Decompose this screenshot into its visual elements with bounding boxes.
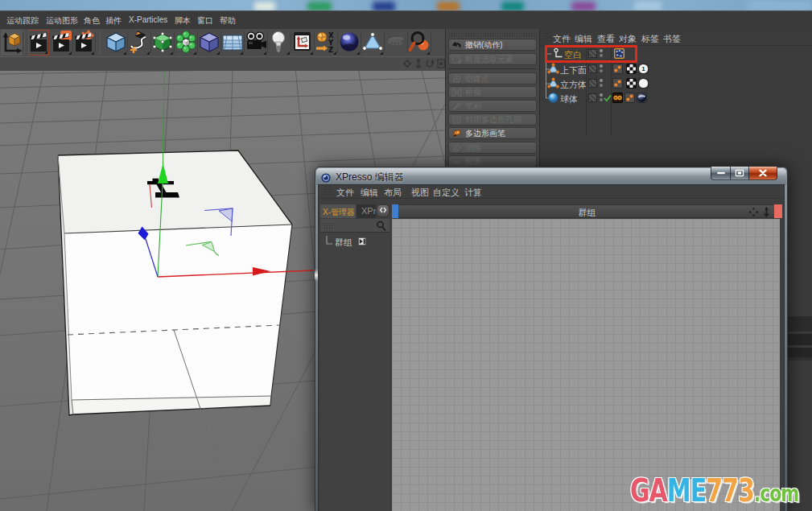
menu-motion-tracker[interactable]: 运动跟踪 <box>6 15 39 27</box>
search-icon[interactable] <box>376 220 386 232</box>
cmd-create-point[interactable]: 创建点 <box>448 72 537 84</box>
xp-menu-calculate[interactable]: 计算 <box>464 187 482 199</box>
menu-x-particles[interactable]: X-Particles <box>129 15 167 24</box>
toolbar-polygon-triangle-icon[interactable] <box>361 30 384 56</box>
cmd-label: 熨烫 <box>465 157 481 166</box>
enabled-check-icon[interactable] <box>604 94 612 102</box>
uvw-tag[interactable] <box>626 78 637 89</box>
toolbar-axis-xyz-icon[interactable]: XYZ <box>315 30 337 56</box>
window-frame-glint <box>315 270 318 281</box>
submenu-corner-mark <box>310 52 313 55</box>
om-menu-view[interactable]: 查看 <box>597 33 615 45</box>
object-name-cube[interactable]: 立方体 <box>560 79 587 91</box>
om-menu-bookmarks[interactable]: 书签 <box>663 33 681 45</box>
maximize-button[interactable] <box>730 167 749 180</box>
move-group-icon[interactable] <box>748 207 759 217</box>
menu-window[interactable]: 窗口 <box>197 15 213 27</box>
cmd-close-polygon-hole[interactable]: 封闭多边形孔洞 <box>448 113 537 126</box>
tree-item-node-icon[interactable] <box>358 237 366 245</box>
window-caption-buttons <box>711 167 777 180</box>
toolbar-sky-icon[interactable] <box>338 30 361 56</box>
visibility-dots[interactable] <box>599 78 603 88</box>
uvw-tag[interactable] <box>626 64 637 74</box>
visibility-dots[interactable] <box>599 93 603 102</box>
cmd-dissolve[interactable]: 消除 <box>448 142 537 154</box>
om-row-topbottom[interactable]: 上下面 1 <box>540 62 812 76</box>
group-header-right-handle[interactable] <box>774 204 782 218</box>
om-menu-edit[interactable]: 编辑 <box>575 33 592 45</box>
toolbar-spline-pen-icon[interactable] <box>128 30 150 56</box>
xp-menu-customize[interactable]: 自定义 <box>433 187 460 199</box>
visibility-toggle[interactable] <box>588 79 597 88</box>
om-row-cube[interactable]: 立方体 <box>540 76 812 91</box>
xpresso-window[interactable]: XPresso 编辑器 文件 编辑 布局 视图 自定义 计算 X-管理器 <box>315 167 788 511</box>
toolbar-floor-plane-icon[interactable] <box>221 30 244 56</box>
menu-character[interactable]: 角色 <box>84 15 100 27</box>
group-header-bar[interactable]: 群组 <box>392 204 782 218</box>
visibility-dots[interactable] <box>599 64 603 73</box>
om-row-sphere[interactable]: 球体 <box>540 91 812 105</box>
xp-menu-view[interactable]: 视图 <box>411 187 429 199</box>
search-grip[interactable] <box>324 222 333 230</box>
menu-script[interactable]: 脚本 <box>175 15 191 27</box>
cmd-polygon-pen[interactable]: 多边形画笔 <box>448 127 537 139</box>
toolbar-coordinates-icon[interactable] <box>1 30 23 56</box>
toolbar-motion-system-clapperboard-icon[interactable] <box>74 30 95 56</box>
toolbar-render-picture-viewer-icon[interactable] <box>408 30 431 56</box>
toolbar-separator <box>100 31 101 55</box>
xpresso-menu-grip[interactable] <box>323 188 332 196</box>
toolbar-disabled-tool-icon <box>385 30 407 56</box>
toolbar-render-settings-icon[interactable] <box>291 30 314 56</box>
cmd-brush[interactable]: 笔刷 <box>448 100 537 112</box>
close-button[interactable] <box>749 167 777 180</box>
xp-menu-layout[interactable]: 布局 <box>384 187 402 199</box>
menu-plugins[interactable]: 插件 <box>105 15 122 27</box>
group-header-left-handle[interactable] <box>392 204 398 218</box>
menu-mograph[interactable]: 运动图形 <box>46 15 78 27</box>
xpresso-node-canvas[interactable] <box>392 219 780 511</box>
point-selection-tag[interactable] <box>612 78 623 89</box>
om-menu-tags[interactable]: 标签 <box>641 33 659 45</box>
palette-drag-grip[interactable] <box>448 32 537 37</box>
visibility-toggle[interactable] <box>588 93 597 102</box>
object-name-sphere[interactable]: 球体 <box>560 93 578 105</box>
selection-object-icon <box>547 77 559 89</box>
toolbar-volume-cube-icon[interactable] <box>198 30 221 56</box>
cmd-frame-selected[interactable]: 框显选取元素 <box>448 53 537 65</box>
toolbar-light-icon[interactable] <box>268 30 291 56</box>
toolbar-camera-icon[interactable] <box>245 30 267 56</box>
om-menu-file[interactable]: 文件 <box>553 33 571 45</box>
tab-x-manager[interactable]: X-管理器 <box>320 204 356 218</box>
cmd-undo-action[interactable]: 撤销(动作) <box>448 39 537 51</box>
minimize-button[interactable] <box>711 167 730 180</box>
toolbar-subdivision-surface-icon[interactable] <box>151 30 174 56</box>
visibility-toggle[interactable] <box>588 64 597 73</box>
phong-tag[interactable] <box>612 93 623 103</box>
tab-xpresso-clipped[interactable]: XPre <box>357 204 376 218</box>
toolbar-mograph-cloner-icon[interactable] <box>175 30 197 56</box>
object-manager-grip[interactable] <box>542 32 551 42</box>
material-tag-1[interactable]: 1 <box>638 64 649 74</box>
cmd-iron[interactable]: 熨烫 <box>448 155 537 167</box>
toolbar-cube-primitive-icon[interactable] <box>105 30 127 56</box>
material-tag-white[interactable] <box>638 78 649 89</box>
material-tag-textured[interactable] <box>637 93 647 103</box>
object-name-topbottom[interactable]: 上下面 <box>560 64 587 76</box>
tree-item-group[interactable]: 群组 <box>335 237 352 249</box>
collapse-group-icon[interactable] <box>761 207 772 217</box>
xp-menu-edit[interactable]: 编辑 <box>361 187 378 199</box>
toolbar-motion-clip-clapperboard-icon[interactable] <box>52 30 72 56</box>
viewport-nav-icons[interactable] <box>403 59 445 68</box>
cmd-label: 消除 <box>465 143 481 152</box>
point-selection-tag[interactable] <box>612 64 623 74</box>
xpresso-window-content: 文件 编辑 布局 视图 自定义 计算 X-管理器 XPre 群组 <box>318 184 785 511</box>
cube-object[interactable] <box>58 150 292 511</box>
om-menu-objects[interactable]: 对象 <box>619 33 637 45</box>
toolbar-record-clapperboard-icon[interactable] <box>28 30 49 56</box>
cmd-bridge[interactable]: 桥接 <box>448 86 537 98</box>
point-selection-tag[interactable] <box>624 93 635 103</box>
tab-overflow-button[interactable] <box>377 204 390 217</box>
xp-menu-file[interactable]: 文件 <box>336 187 354 199</box>
submenu-corner-mark <box>123 52 126 55</box>
menu-help[interactable]: 帮助 <box>220 15 236 27</box>
